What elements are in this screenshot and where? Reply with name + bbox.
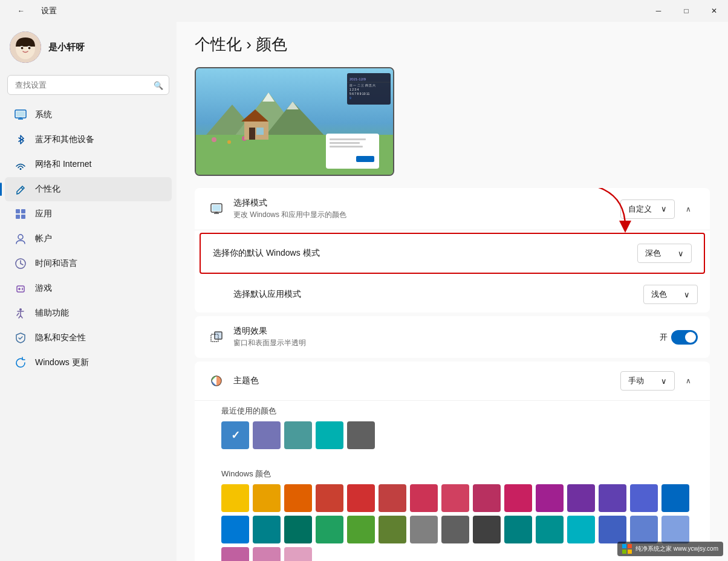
minimize-button[interactable]: ─: [645, 0, 672, 22]
app-mode-value: 浅色: [651, 289, 667, 300]
windows-mode-content: 选择你的默认 Windows 模式: [213, 248, 637, 259]
titlebar-left: ← 设置: [7, 0, 57, 22]
windows-swatch-4[interactable]: [347, 484, 375, 512]
windows-swatch-6[interactable]: [410, 484, 438, 512]
mode-expand-btn[interactable]: ∧: [678, 199, 698, 219]
toggle-knob: [685, 332, 696, 343]
windows-swatch-23[interactable]: [473, 516, 501, 543]
recent-colors-label: 最近使用的颜色: [195, 406, 710, 417]
windows-swatch-24[interactable]: [504, 516, 532, 543]
sidebar-item-gaming[interactable]: 游戏: [5, 276, 172, 300]
search-box: 🔍: [7, 75, 169, 95]
mode-row: 选择模式 更改 Windows 和应用中显示的颜色 自定义 ∨ ∧: [195, 188, 710, 230]
recent-swatch-2[interactable]: [284, 421, 312, 449]
windows-swatch-27[interactable]: [599, 516, 626, 543]
windows-swatch-5[interactable]: [379, 484, 406, 512]
svg-line-11: [21, 187, 23, 189]
windows-swatch-15[interactable]: [221, 516, 249, 543]
windows-swatch-29[interactable]: [661, 516, 689, 543]
windows-swatch-8[interactable]: [473, 484, 501, 512]
svg-rect-48: [330, 142, 360, 144]
nav-label-accounts: 帐户: [35, 233, 52, 244]
windows-swatch-26[interactable]: [567, 516, 595, 543]
maximize-button[interactable]: □: [672, 0, 700, 22]
svg-rect-13: [21, 209, 25, 213]
transparency-desc: 窗口和表面显示半透明: [233, 338, 660, 348]
sidebar-item-personalization[interactable]: 个性化: [5, 177, 172, 201]
windows-swatch-2[interactable]: [284, 484, 312, 512]
theme-color-title: 主题色: [233, 375, 620, 386]
app-mode-dropdown[interactable]: 浅色 ∨: [643, 285, 698, 304]
svg-point-4: [21, 47, 24, 50]
windows-swatch-20[interactable]: [379, 516, 406, 543]
sidebar-item-accessibility[interactable]: 辅助功能: [5, 301, 172, 325]
mode-icon: [207, 199, 226, 219]
windows-swatch-22[interactable]: [441, 516, 469, 543]
windows-swatch-7[interactable]: [441, 484, 469, 512]
windows-swatch-25[interactable]: [536, 516, 564, 543]
windows-swatch-11[interactable]: [567, 484, 595, 512]
svg-rect-56: [215, 332, 222, 339]
svg-point-31: [227, 140, 231, 144]
transparency-toggle[interactable]: [671, 330, 698, 345]
windows-mode-value: 深色: [645, 248, 661, 259]
theme-color-header-row: 主题色 手动 ∨ ∧: [195, 362, 710, 401]
windows-swatch-12[interactable]: [599, 484, 626, 512]
svg-point-20: [22, 288, 23, 289]
windows-swatch-13[interactable]: [630, 484, 658, 512]
windows-swatch-9[interactable]: [504, 484, 532, 512]
windows-swatch-10[interactable]: [536, 484, 564, 512]
windows-mode-wrapper: 选择你的默认 Windows 模式 深色 ∨: [195, 233, 710, 274]
recent-swatch-0[interactable]: [221, 421, 249, 449]
close-button[interactable]: ✕: [700, 0, 728, 22]
theme-color-expand-btn[interactable]: ∧: [678, 371, 698, 391]
nav-label-time: 时间和语言: [35, 258, 77, 269]
transparency-card: 透明效果 窗口和表面显示半透明 开: [195, 316, 710, 358]
svg-text:日 一 二 三 四 五 六: 日 一 二 三 四 五 六: [349, 83, 375, 87]
sidebar-item-time[interactable]: 时间和语言: [5, 251, 172, 276]
windows-swatch-3[interactable]: [316, 484, 343, 512]
titlebar: ← 设置 ─ □ ✕: [0, 0, 728, 22]
sidebar-item-accounts[interactable]: 帐户: [5, 227, 172, 251]
windows-swatch-0[interactable]: [221, 484, 249, 512]
sidebar-item-privacy[interactable]: 隐私和安全性: [5, 326, 172, 350]
windows-mode-dropdown[interactable]: 深色 ∨: [637, 244, 692, 263]
windows-swatch-18[interactable]: [316, 516, 343, 543]
sidebar-item-apps[interactable]: 应用: [5, 202, 172, 226]
windows-swatch-32[interactable]: [284, 547, 312, 561]
windows-swatch-31[interactable]: [253, 547, 281, 561]
mode-dropdown[interactable]: 自定义 ∨: [620, 199, 675, 219]
recent-swatch-3[interactable]: [316, 421, 343, 449]
sidebar-item-network[interactable]: 网络和 Internet: [5, 152, 172, 177]
transparency-title: 透明效果: [233, 326, 660, 337]
windows-swatch-28[interactable]: [630, 516, 658, 543]
search-input[interactable]: [7, 75, 169, 95]
nav-label-windows-update: Windows 更新: [35, 357, 89, 368]
apps-icon: [15, 208, 27, 220]
content-area: 个性化 › 颜色: [177, 22, 728, 561]
theme-color-chevron: ∨: [661, 377, 667, 386]
nav-label-network: 网络和 Internet: [35, 159, 91, 170]
svg-rect-12: [16, 209, 20, 213]
nav-label-accessibility: 辅助功能: [35, 308, 69, 319]
back-button[interactable]: ←: [7, 0, 35, 22]
windows-swatch-21[interactable]: [410, 516, 438, 543]
gaming-icon: [15, 282, 27, 294]
windows-swatch-19[interactable]: [347, 516, 375, 543]
accounts-icon: [15, 233, 27, 245]
app-mode-title: 选择默认应用模式: [207, 289, 643, 300]
recent-swatch-4[interactable]: [347, 421, 375, 449]
windows-mode-title: 选择你的默认 Windows 模式: [213, 248, 637, 259]
sidebar-item-windows-update[interactable]: Windows 更新: [5, 351, 172, 375]
sidebar-item-bluetooth[interactable]: 蓝牙和其他设备: [5, 128, 172, 152]
sidebar-item-system[interactable]: 系统: [5, 103, 172, 127]
theme-color-dropdown[interactable]: 手动 ∨: [620, 371, 675, 391]
windows-swatch-16[interactable]: [253, 516, 281, 543]
recent-swatch-1[interactable]: [253, 421, 281, 449]
windows-swatch-1[interactable]: [253, 484, 281, 512]
windows-swatch-30[interactable]: [221, 547, 249, 561]
windows-swatch-14[interactable]: [661, 484, 689, 512]
windows-swatch-17[interactable]: [284, 516, 312, 543]
nav-label-privacy: 隐私和安全性: [35, 332, 86, 343]
transparency-control: 开: [660, 330, 698, 345]
